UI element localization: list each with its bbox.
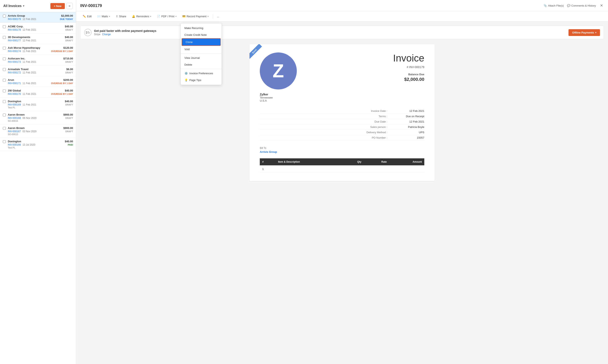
detail-value: 15057: [391, 136, 424, 139]
invoice-company: Ash Morse Hypnotherapy: [8, 46, 40, 49]
list-item[interactable]: Donington $40.00 INV-000166 13 Jul 2020 …: [0, 138, 76, 151]
invoice-date: 12 Feb 2021: [22, 39, 36, 42]
invoice-bottom: INV-000177 12 Feb 2021 DRAFT: [8, 39, 73, 42]
reminders-label: Reminders: [136, 15, 149, 18]
list-item[interactable]: Aaron Brown $900.00 INV-000168 06 Nov 20…: [0, 111, 76, 124]
detail-label: Terms :: [354, 115, 387, 118]
invoice-id[interactable]: INV-000173: [8, 60, 21, 63]
list-item[interactable]: Armadale Travel $6.00 INV-000172 11 Feb …: [0, 65, 76, 76]
status-badge: PAID: [68, 143, 73, 146]
invoice-top: 3D Developments $40.00: [8, 36, 73, 39]
list-item[interactable]: Arun $200.00 INV-000171 11 Feb 2021 OVER…: [0, 76, 76, 87]
invoice-checkbox[interactable]: [3, 57, 6, 60]
invoice-checkbox[interactable]: [3, 127, 6, 130]
invoice-info: Activcare Inc. $710.00 INV-000173 11 Feb…: [8, 57, 73, 63]
item-qty: [341, 165, 364, 173]
mails-button[interactable]: ✉️ Mails ▾: [95, 13, 112, 19]
status-badge: DRAFT: [65, 130, 73, 133]
record-payment-button[interactable]: 💳 Record Payment ▾: [180, 13, 211, 19]
payment-gateway-icon: $↻: [84, 29, 91, 36]
invoice-company: Activcare Inc.: [8, 57, 25, 60]
reminders-button[interactable]: 🔔 Reminders ▾: [129, 13, 154, 19]
invoice-checkbox[interactable]: [3, 68, 6, 71]
list-item[interactable]: ACME Corp. $40.00 INV-000178 12 Feb 2021…: [0, 23, 76, 34]
invoice-date: 13 Jul 2020: [22, 143, 35, 146]
page-tips-item[interactable]: 💡 Page Tips: [181, 77, 221, 83]
invoice-company: 3D Developments: [8, 36, 30, 39]
invoice-checkbox[interactable]: [3, 15, 6, 17]
invoice-id[interactable]: INV-000179: [8, 18, 21, 21]
invoice-checkbox[interactable]: [3, 140, 6, 143]
invoice-amount: $900.00: [63, 127, 73, 130]
sent-ribbon: Sent: [249, 44, 268, 63]
list-item[interactable]: Ash Morse Hypnotherapy $120.00 INV-00017…: [0, 44, 76, 55]
invoice-id[interactable]: INV-000169: [8, 103, 21, 106]
invoice-id[interactable]: INV-000166: [8, 143, 21, 146]
invoice-meta: INV-000173 11 Feb 2021: [8, 60, 36, 63]
create-credit-note-item[interactable]: Create Credit Note: [181, 31, 221, 38]
view-journal-item[interactable]: View Journal: [181, 54, 221, 61]
comments-history-link[interactable]: 💬 Comments & History: [567, 4, 596, 7]
close-button[interactable]: ✕: [599, 2, 604, 9]
new-button[interactable]: + New: [50, 3, 65, 9]
banner-text: Get paid faster with online payment gate…: [94, 29, 566, 36]
offline-payments-button[interactable]: Offline Payments ▾: [569, 29, 600, 36]
bill-to-name[interactable]: Arrivis Group: [260, 150, 424, 153]
invoice-id[interactable]: INV-000172: [8, 71, 21, 74]
list-item[interactable]: Activcare Inc. $710.00 INV-000173 11 Feb…: [0, 55, 76, 65]
invoice-bottom: INV-000171 11 Feb 2021 OVERDUE BY 1 DAY: [8, 82, 73, 85]
share-button[interactable]: ⇧ Share: [113, 13, 129, 19]
more-button[interactable]: ...: [215, 13, 222, 19]
list-item[interactable]: Donington $40.00 INV-000169 11 Feb 2021 …: [0, 98, 76, 111]
invoice-date: 12 Feb 2021: [22, 28, 36, 31]
invoice-checkbox[interactable]: [3, 25, 6, 28]
change-link[interactable]: Change: [102, 33, 111, 36]
invoice-id[interactable]: INV-000177: [8, 39, 21, 42]
invoice-sub: Test PL: [8, 106, 73, 109]
pdf-print-button[interactable]: 📄 PDF / Print ▾: [155, 13, 179, 19]
invoice-meta: INV-000178 12 Feb 2021: [8, 28, 36, 31]
invoice-checkbox[interactable]: [3, 90, 6, 92]
bill-to-label: Bill To: [260, 147, 424, 150]
invoice-date: 11 Feb 2021: [22, 50, 36, 53]
invoice-id[interactable]: INV-000178: [8, 28, 21, 31]
make-recurring-item[interactable]: Make Recurring: [181, 25, 221, 31]
invoice-id[interactable]: INV-000170: [8, 92, 21, 95]
pdf-icon: 📄: [157, 15, 160, 18]
clone-item[interactable]: Clone: [182, 38, 221, 46]
invoice-top: Activcare Inc. $710.00: [8, 57, 73, 60]
invoice-checkbox[interactable]: [3, 79, 6, 82]
invoice-checkbox[interactable]: [3, 36, 6, 39]
list-item[interactable]: Aaron Brown $900.00 INV-000167 03 Nov 20…: [0, 124, 76, 138]
invoice-top: Donington $40.00: [8, 140, 73, 143]
dropdown-divider-1: [181, 53, 221, 54]
main-content: INV-000179 📎 Attach File(s) 💬 Comments &…: [76, 0, 608, 364]
invoice-id[interactable]: INV-000171: [8, 82, 21, 85]
detail-row: Invoice Date : 12 Feb 2021: [260, 108, 424, 114]
invoice-checkbox[interactable]: [3, 114, 6, 117]
invoice-id[interactable]: INV-000167: [8, 130, 21, 133]
invoice-sub: SO-00015: [8, 120, 73, 122]
list-item[interactable]: 3D Developments $40.00 INV-000177 12 Feb…: [0, 34, 76, 44]
invoice-preferences-item[interactable]: ⚙️ Invoice Preferences: [181, 70, 221, 77]
edit-button[interactable]: ✏️ Edit: [80, 13, 94, 19]
list-item[interactable]: 2W Global $40.00 INV-000170 11 Feb 2021 …: [0, 87, 76, 98]
invoice-top: 2W Global $40.00: [8, 89, 73, 92]
invoice-id[interactable]: INV-000174: [8, 50, 21, 53]
invoice-checkbox[interactable]: [3, 100, 6, 103]
delete-item[interactable]: Delete: [181, 61, 221, 68]
status-badge: DRAFT: [65, 60, 73, 63]
sidebar-title[interactable]: All Invoices ▼: [3, 4, 25, 8]
invoice-checkbox[interactable]: [3, 47, 6, 50]
status-badge: DRAFT: [65, 71, 73, 74]
menu-button[interactable]: ≡: [66, 3, 73, 9]
payment-banner: $↻ Get paid faster with online payment g…: [80, 26, 604, 39]
invoice-id[interactable]: INV-000168: [8, 117, 21, 119]
offline-caret: ▾: [595, 31, 596, 34]
list-item[interactable]: Arrivis Group $2,000.00 INV-000179 12 Fe…: [0, 12, 76, 23]
invoice-amount: $40.00: [65, 89, 73, 92]
void-item[interactable]: Void: [181, 46, 221, 53]
invoice-top: Ash Morse Hypnotherapy $120.00: [8, 46, 73, 49]
attach-files-link[interactable]: 📎 Attach File(s): [544, 4, 564, 7]
page-title: INV-000179: [80, 3, 102, 8]
